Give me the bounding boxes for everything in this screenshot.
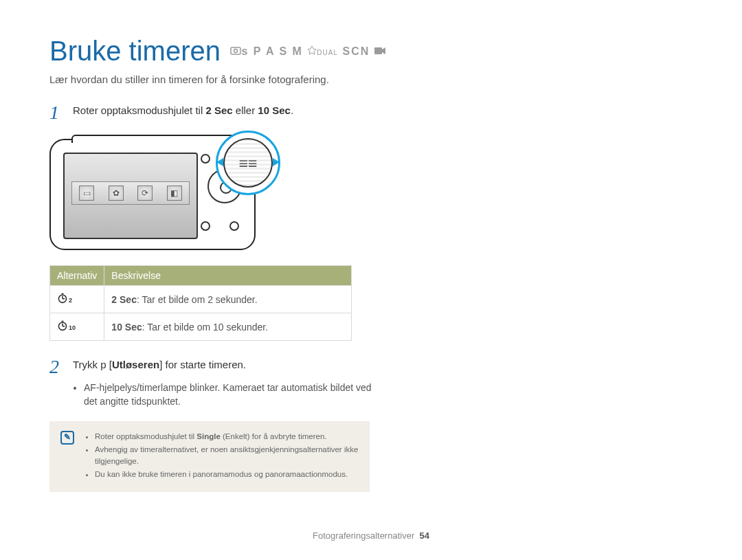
mode-icons-row: s P A S M DUAL SCN (230, 45, 385, 58)
table-row: 1010 Sec: Tar et bilde om 10 sekunder. (50, 313, 352, 341)
step-2: 2 Trykk p [Utløseren] for starte timeren… (49, 357, 372, 377)
note-icon: ✎ (60, 431, 74, 445)
camera-illustration: ▭ ✿ ⟳ ◧ ≡≡ (49, 133, 311, 256)
screen-cell: ◧ (167, 186, 182, 201)
dual-is-icon (307, 45, 317, 57)
screen-cell: ▭ (79, 186, 94, 201)
note-list: Roter opptaksmodushjulet til Single (Enk… (84, 431, 359, 482)
dial-arrow-right-icon (273, 158, 280, 166)
dial-arrow-left-icon (216, 158, 223, 166)
svg-rect-6 (61, 321, 63, 322)
note-box: ✎ Roter opptaksmodushjulet til Single (E… (49, 421, 370, 492)
table-header-desc: Beskrivelse (104, 266, 352, 286)
note-item: Avhengig av timeralternativet, er noen a… (95, 444, 359, 468)
note-item: Du kan ikke bruke timeren i panoramamodu… (95, 469, 359, 480)
footer-label: Fotograferingsalternativer (313, 530, 414, 541)
mode-scn: SCN (342, 45, 370, 57)
camera-button-icon (201, 154, 210, 164)
timer-icon: 2 (57, 293, 72, 304)
camera-screen: ▭ ✿ ⟳ ◧ (63, 153, 198, 239)
note-item: Roter opptaksmodushjulet til Single (Enk… (95, 431, 359, 443)
timer-icon: 10 (57, 320, 76, 331)
movie-icon (374, 45, 385, 57)
step-1-number: 1 (49, 103, 63, 122)
footer-page: 54 (419, 530, 429, 541)
table-desc: 2 Sec: Tar et bilde om 2 sekunder. (104, 286, 352, 313)
table-header-alt: Alternativ (50, 266, 104, 286)
svg-point-1 (234, 49, 238, 53)
camera-button-icon (201, 221, 210, 231)
step-1-text: Roter opptaksmodushjulet til 2 Sec eller… (73, 103, 372, 117)
step-2-text: Trykk p [Utløseren] for starte timeren. (73, 357, 372, 372)
step-2-bullets: AF-hjelpelys/timerlampe blinker. Kamerae… (49, 381, 372, 409)
mode-letters: P A S M (254, 45, 303, 57)
step-2-number: 2 (49, 357, 63, 377)
page-header: Bruke timeren s P A S M DUAL SCN (49, 36, 693, 67)
svg-rect-0 (231, 47, 240, 54)
page-footer: Fotograferingsalternativer 54 (0, 530, 742, 541)
table-desc: 10 Sec: Tar et bilde om 10 sekunder. (104, 313, 352, 341)
camera-button-icon (229, 221, 239, 231)
options-table: Alternativ Beskrivelse 22 Sec: Tar et bi… (49, 265, 352, 341)
page-title: Bruke timeren (49, 36, 221, 67)
step-1: 1 Roter opptaksmodushjulet til 2 Sec ell… (49, 103, 372, 122)
smart-auto-icon: s (230, 45, 253, 57)
intro-text: Lær hvordan du stiller inn timeren for å… (49, 74, 693, 85)
mode-dial-highlight: ≡≡ (216, 131, 280, 195)
screen-cell: ✿ (109, 186, 124, 201)
table-row: 22 Sec: Tar et bilde om 2 sekunder. (50, 286, 352, 313)
screen-cell: ⟳ (137, 186, 153, 201)
list-item: AF-hjelpelys/timerlampe blinker. Kamerae… (84, 381, 372, 409)
svg-rect-2 (374, 47, 382, 54)
svg-rect-4 (61, 293, 63, 295)
